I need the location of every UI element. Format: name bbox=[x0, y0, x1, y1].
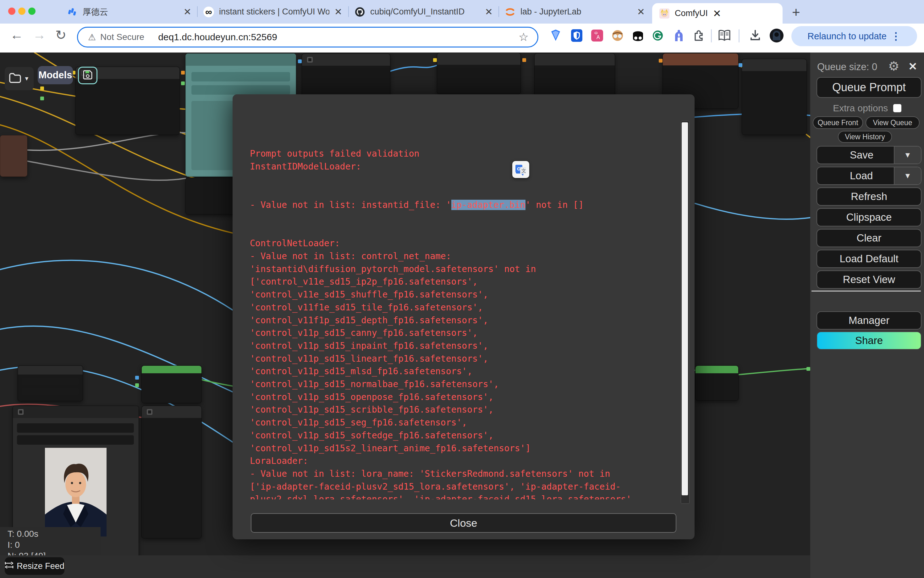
save-workflow-button[interactable] bbox=[78, 67, 97, 84]
models-button[interactable]: Models bbox=[38, 66, 73, 84]
connector-dot[interactable] bbox=[739, 63, 742, 67]
tab-close-icon[interactable]: ✕ bbox=[485, 6, 493, 17]
connector-dot[interactable] bbox=[659, 59, 662, 63]
graph-node[interactable] bbox=[534, 53, 615, 96]
graph-node[interactable] bbox=[742, 59, 807, 135]
manager-button[interactable]: Manager bbox=[817, 311, 921, 330]
error-line: ['control_v11e_sd15_ip2p_fp16.safetensor… bbox=[250, 276, 670, 288]
error-line: ['ip-adapter-faceid-plusv2_sd15_lora.saf… bbox=[250, 481, 670, 494]
forward-icon[interactable]: → bbox=[33, 28, 46, 42]
error-line: ControlNetLoader: bbox=[250, 237, 670, 250]
grammarly-icon[interactable] bbox=[651, 28, 665, 43]
graph-node[interactable] bbox=[695, 365, 739, 401]
connector-dot[interactable] bbox=[433, 58, 437, 62]
tab-close-icon[interactable]: ✕ bbox=[184, 6, 191, 17]
connector-dot[interactable] bbox=[135, 376, 139, 380]
connector-dot[interactable] bbox=[181, 71, 185, 75]
comfyui-graph-canvas[interactable]: ▼ Models T: 0.00s I: 0 N: 93 [49] Resize… bbox=[0, 52, 924, 578]
graph-node[interactable] bbox=[437, 52, 521, 94]
window-minimize-icon[interactable] bbox=[18, 8, 26, 15]
extra-options-checkbox[interactable] bbox=[893, 104, 901, 112]
browser-menu-kebab-icon[interactable]: ⋮ bbox=[891, 30, 901, 42]
emoji-face-icon[interactable] bbox=[610, 28, 625, 43]
load-button[interactable]: Load ▼ bbox=[817, 167, 921, 185]
graph-node[interactable] bbox=[0, 135, 28, 177]
helmet-icon[interactable] bbox=[672, 28, 686, 43]
error-line: - Value not in list: lora_name: 'Sticker… bbox=[250, 468, 670, 481]
google-translate-popup-icon[interactable]: G文 bbox=[512, 161, 529, 178]
tab-jupyterlab[interactable]: lab - JupyterLab ✕ bbox=[499, 0, 651, 24]
connector-dot[interactable] bbox=[135, 383, 139, 387]
save-button[interactable]: Save ▼ bbox=[817, 146, 921, 164]
toolbar-separator bbox=[711, 29, 712, 42]
save-label: Save bbox=[850, 149, 874, 161]
window-zoom-icon[interactable] bbox=[28, 8, 36, 15]
translate-ext-icon[interactable]: 中A bbox=[590, 28, 604, 43]
tab-title: 厚德云 bbox=[83, 6, 178, 18]
extra-options-row: Extra options bbox=[810, 103, 924, 114]
error-line: 'control_v11p_sd15s2_lineart_anime_fp16.… bbox=[250, 442, 670, 455]
dark-glasses-icon[interactable] bbox=[631, 28, 645, 43]
connector-dot[interactable] bbox=[181, 81, 185, 85]
connector-dot[interactable] bbox=[522, 58, 526, 62]
error-line: - Value not in list: control_net_name: bbox=[250, 250, 670, 263]
image-feed-bar bbox=[0, 555, 810, 578]
bitwarden-shield-icon[interactable] bbox=[570, 28, 584, 43]
image-feed-stats: T: 0.00s I: 0 N: 93 [49] bbox=[0, 527, 100, 555]
load-dropdown-arrow[interactable]: ▼ bbox=[894, 167, 921, 184]
error-line: plusv2_sdxl_lora.safetensors', 'ip-adapt… bbox=[250, 493, 670, 499]
error-line: Prompt outputs failed validation bbox=[250, 148, 670, 161]
resize-feed-button[interactable]: Resize Feed bbox=[5, 557, 65, 575]
not-secure-warning-icon: ⚠ bbox=[88, 32, 96, 42]
tab-close-icon[interactable]: ✕ bbox=[713, 8, 721, 19]
tab-instant-stickers[interactable]: ∞ instant stickers | ComfyUI Wo ✕ bbox=[198, 0, 348, 24]
workflow-folder-button[interactable]: ▼ bbox=[5, 67, 34, 90]
reading-list-book-icon[interactable] bbox=[717, 28, 731, 43]
svg-text:文: 文 bbox=[521, 168, 526, 173]
window-close-icon[interactable] bbox=[8, 8, 15, 15]
connector-dot[interactable] bbox=[40, 86, 44, 90]
selected-text[interactable]: ip-adapter.bin bbox=[451, 200, 526, 210]
graph-node[interactable] bbox=[141, 406, 202, 538]
download-icon[interactable] bbox=[748, 28, 762, 43]
view-queue-button[interactable]: View Queue bbox=[866, 116, 919, 129]
error-line: 'control_v11f1p_sd15_depth_fp16.safetens… bbox=[250, 314, 670, 327]
connector-dot[interactable] bbox=[298, 59, 302, 63]
resize-arrows-icon bbox=[5, 561, 13, 571]
dialog-scrollbar-thumb[interactable] bbox=[682, 122, 688, 495]
save-dropdown-arrow[interactable]: ▼ bbox=[894, 146, 921, 164]
tab-houdeyun[interactable]: 厚德云 ✕ bbox=[61, 0, 197, 24]
resize-feed-label: Resize Feed bbox=[17, 561, 65, 571]
tab-close-icon[interactable]: ✕ bbox=[334, 6, 342, 17]
reset-view-button[interactable]: Reset View bbox=[817, 270, 921, 289]
dialog-scrollbar[interactable] bbox=[681, 121, 689, 504]
share-button[interactable]: Share bbox=[817, 331, 921, 350]
back-icon[interactable]: ← bbox=[10, 28, 23, 42]
queue-front-button[interactable]: Queue Front bbox=[813, 116, 863, 129]
view-history-button[interactable]: View History bbox=[838, 131, 892, 143]
graph-node[interactable] bbox=[18, 365, 83, 401]
reload-icon[interactable]: ↻ bbox=[55, 28, 66, 43]
clear-button[interactable]: Clear bbox=[817, 229, 921, 247]
queue-prompt-button[interactable]: Queue Prompt bbox=[817, 77, 921, 98]
new-tab-button[interactable]: + bbox=[792, 5, 800, 20]
menu-close-icon[interactable]: ✕ bbox=[908, 60, 918, 73]
graph-node[interactable] bbox=[141, 365, 202, 403]
load-default-button[interactable]: Load Default bbox=[817, 250, 921, 268]
dialog-close-button[interactable]: Close bbox=[251, 513, 676, 533]
connector-dot[interactable] bbox=[806, 367, 810, 371]
bookmark-star-icon[interactable]: ☆ bbox=[519, 31, 529, 44]
address-bar[interactable]: ⚠ Not Secure deq1.dc.houdeyun.cn:52569 ☆ bbox=[77, 27, 538, 47]
extensions-puzzle-icon[interactable] bbox=[691, 28, 706, 43]
vimium-drop-icon[interactable] bbox=[549, 28, 563, 43]
relaunch-to-update-button[interactable]: Relaunch to update ⋮ bbox=[791, 26, 917, 46]
tab-close-icon[interactable]: ✕ bbox=[637, 6, 645, 17]
connector-dot[interactable] bbox=[40, 97, 44, 100]
refresh-button[interactable]: Refresh bbox=[817, 187, 921, 206]
profile-avatar[interactable] bbox=[769, 28, 784, 43]
tab-github-instantid[interactable]: cubiq/ComfyUI_InstantID ✕ bbox=[349, 0, 498, 24]
clipspace-button[interactable]: Clipspace bbox=[817, 208, 921, 226]
tab-comfyui-active[interactable]: ComfyUI ✕ bbox=[652, 3, 783, 24]
stat-nodes-clipped: N: 93 [49] bbox=[8, 550, 100, 555]
settings-gear-icon[interactable]: ⚙ bbox=[888, 59, 900, 73]
